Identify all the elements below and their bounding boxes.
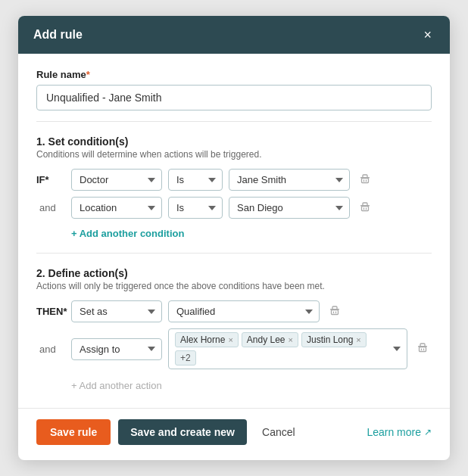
assignee-select[interactable]: Alex Horne × Andy Lee × Justin Long × +2 xyxy=(168,328,407,369)
condition1-value-select[interactable]: Jane Smith xyxy=(229,169,350,191)
action-row-1: THEN* Set as Qualified xyxy=(36,300,432,322)
modal-header: Add rule × xyxy=(18,16,450,54)
rule-name-label: Rule name* xyxy=(36,69,432,80)
save-rule-button[interactable]: Save rule xyxy=(36,419,111,445)
tag-alex: Alex Horne × xyxy=(175,332,239,347)
delete-icon-3 xyxy=(329,304,341,316)
svg-rect-13 xyxy=(420,347,426,352)
condition1-delete-button[interactable] xyxy=(356,171,374,189)
svg-rect-5 xyxy=(362,206,369,210)
divider-2 xyxy=(36,253,432,254)
and-label-2: and xyxy=(36,344,65,355)
if-label: IF* xyxy=(36,174,65,185)
condition-row-2: and Location Is San Diego xyxy=(36,197,432,219)
action1-delete-button[interactable] xyxy=(326,303,344,321)
external-link-icon: ↗ xyxy=(424,427,432,437)
action1-value-select[interactable]: Qualified xyxy=(168,300,320,322)
rule-name-input[interactable] xyxy=(36,85,432,110)
add-condition-button[interactable]: + Add another condition xyxy=(36,225,184,242)
section2-desc: Actions will only be triggered once the … xyxy=(36,281,432,291)
action2-delete-button[interactable] xyxy=(413,340,432,358)
condition2-field-select[interactable]: Location xyxy=(71,197,162,219)
condition2-value-select[interactable]: San Diego xyxy=(229,197,350,219)
tag-andy: Andy Lee × xyxy=(242,332,298,347)
modal-footer: Save rule Save and create new Cancel Lea… xyxy=(18,408,450,460)
tag-alex-close[interactable]: × xyxy=(228,335,232,344)
condition2-operator-select[interactable]: Is xyxy=(168,197,223,219)
action-row-2: and Assign to Alex Horne × Andy Lee × Ju… xyxy=(36,328,432,369)
svg-rect-9 xyxy=(332,310,339,314)
add-rule-modal: Add rule × Rule name* 1. Set condition(s… xyxy=(18,16,450,460)
and-label-1: and xyxy=(36,202,65,213)
tag-justin-close[interactable]: × xyxy=(356,335,360,344)
section1-title: 1. Set condition(s) xyxy=(36,135,432,148)
rule-name-field: Rule name* xyxy=(36,69,432,110)
tag-andy-close[interactable]: × xyxy=(289,335,293,344)
then-label: THEN* xyxy=(36,306,65,317)
save-and-create-new-button[interactable]: Save and create new xyxy=(118,419,247,445)
modal-body: Rule name* 1. Set condition(s) Condition… xyxy=(18,54,450,408)
delete-icon-2 xyxy=(359,201,371,213)
add-action-button[interactable]: + Add another action xyxy=(36,375,162,396)
condition1-field-select[interactable]: Doctor xyxy=(71,169,162,191)
section1-desc: Conditions will determine when actions w… xyxy=(36,149,432,160)
svg-rect-1 xyxy=(362,178,369,182)
section2-title: 2. Define action(s) xyxy=(36,267,432,279)
extra-count: +2 xyxy=(175,350,196,366)
delete-icon xyxy=(359,173,371,185)
condition1-operator-select[interactable]: Is xyxy=(168,169,223,191)
action1-type-select[interactable]: Set as xyxy=(71,300,162,322)
close-button[interactable]: × xyxy=(420,26,435,43)
learn-more-link[interactable]: Learn more ↗ xyxy=(367,426,432,438)
action2-type-select[interactable]: Assign to xyxy=(71,338,162,360)
delete-icon-4 xyxy=(417,341,429,353)
tag-justin: Justin Long × xyxy=(301,332,367,347)
divider-1 xyxy=(36,121,432,122)
cancel-button[interactable]: Cancel xyxy=(254,419,303,445)
condition2-delete-button[interactable] xyxy=(356,199,374,217)
condition-row-1: IF* Doctor Is Jane Smith xyxy=(36,169,432,191)
modal-title: Add rule xyxy=(33,28,83,42)
